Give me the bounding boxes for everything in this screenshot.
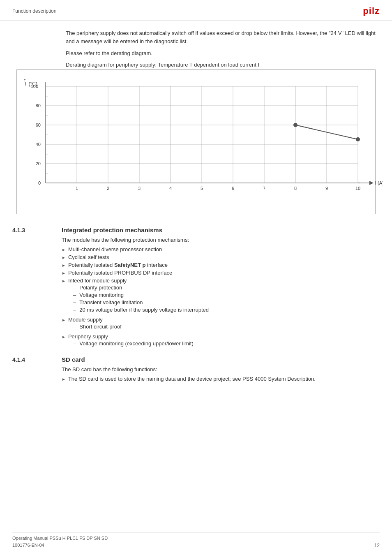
infeed-sub-list: – Polarity protection – Voltage monitori… [73, 284, 209, 314]
svg-marker-41 [369, 181, 374, 185]
list-item: – Voltage monitoring (exceeding upper/lo… [73, 340, 194, 347]
svg-text:40: 40 [36, 142, 41, 147]
section-413: 4.1.3 Integrated protection mechanisms T… [12, 227, 380, 350]
chart-container: T (°C) ↑ 0 20 40 60 80 100 [16, 69, 376, 214]
section-413-list: ► Multi-channel diverse processor sectio… [62, 246, 380, 349]
svg-text:20: 20 [36, 161, 41, 166]
bullet-arrow-icon: ► [62, 255, 66, 260]
svg-text:6: 6 [232, 186, 234, 191]
bullet-arrow-icon: ► [62, 318, 66, 322]
svg-text:80: 80 [36, 103, 41, 108]
svg-text:0: 0 [38, 180, 41, 185]
section-413-number: 4.1.3 [12, 227, 62, 350]
page-content: The periphery supply does not automatica… [0, 21, 392, 402]
list-item: ► Potentially isolated PROFIBUS DP inter… [62, 270, 380, 276]
footer-line2: 1001776-EN-04 [12, 542, 108, 549]
page-footer: Operating Manual PSSu H PLC1 FS DP SN SD… [12, 532, 380, 548]
bullet-arrow-icon: ► [62, 271, 66, 275]
list-item: – Voltage monitoring [73, 292, 209, 298]
module-sub-list: – Short circuit-proof [73, 324, 122, 331]
svg-text:4: 4 [169, 186, 172, 191]
page-header: Function description pilz [0, 0, 392, 21]
list-item-infeed: ► Infeed for module supply – Polarity pr… [62, 278, 380, 315]
svg-text:↑: ↑ [23, 78, 26, 83]
list-item: ► Multi-channel diverse processor sectio… [62, 246, 380, 252]
bullet-arrow-icon: ► [62, 377, 66, 382]
svg-text:10: 10 [355, 186, 360, 191]
svg-text:7: 7 [263, 186, 265, 191]
svg-text:2: 2 [107, 186, 109, 191]
intro-paragraph1: The periphery supply does not automatica… [66, 29, 380, 45]
section-414-number: 4.1.4 [12, 356, 62, 384]
section-414-list: ► The SD card is used to store the namin… [62, 376, 380, 382]
list-item: ► The SD card is used to store the namin… [62, 376, 380, 382]
list-item: ► Cyclical self tests [62, 254, 380, 260]
bullet-arrow-icon: ► [62, 247, 66, 252]
svg-text:9: 9 [325, 186, 328, 191]
bullet-arrow-icon: ► [62, 279, 66, 283]
intro-paragraph2: Please refer to the derating diagram. [66, 49, 380, 58]
bullet-arrow-icon: ► [62, 335, 66, 339]
bullet-arrow-icon: ► [62, 263, 66, 268]
footer-page-number: 12 [374, 543, 380, 548]
periphery-sub-list: – Voltage monitoring (exceeding upper/lo… [73, 340, 194, 348]
section-414-intro: The SD card has the following functions: [62, 366, 380, 372]
svg-text:5: 5 [201, 186, 203, 191]
footer-line1: Operating Manual PSSu H PLC1 FS DP SN SD [12, 535, 108, 542]
section-413-heading: Integrated protection mechanisms [62, 227, 380, 234]
section-414-heading: SD card [62, 356, 380, 363]
derating-chart: T (°C) ↑ 0 20 40 60 80 100 [21, 78, 383, 206]
svg-text:60: 60 [36, 123, 41, 127]
svg-text:8: 8 [294, 186, 297, 191]
section-414: 4.1.4 SD card The SD card has the follow… [12, 356, 380, 384]
chart-point-2 [356, 137, 360, 141]
list-item: – 20 ms voltage buffer if the supply vol… [73, 307, 209, 313]
list-item-periphery: ► Periphery supply – Voltage monitoring … [62, 333, 380, 349]
svg-text:3: 3 [138, 186, 141, 191]
svg-text:100: 100 [31, 84, 38, 89]
diagram-caption: Derating diagram for periphery supply: T… [66, 62, 380, 68]
section-413-intro: The module has the following protection … [62, 237, 380, 243]
list-item: – Polarity protection [73, 284, 209, 291]
footer-left: Operating Manual PSSu H PLC1 FS DP SN SD… [12, 535, 108, 548]
svg-text:I (A): I (A) [375, 180, 383, 185]
list-item: – Short circuit-proof [73, 324, 122, 330]
list-item-module: ► Module supply – Short circuit-proof [62, 317, 380, 332]
list-item: ► Potentially isolated SafetyNET p inter… [62, 262, 380, 268]
list-item: – Transient voltage limitation [73, 299, 209, 305]
pilz-logo: pilz [363, 6, 380, 16]
section-413-content: Integrated protection mechanisms The mod… [62, 227, 380, 350]
section-414-content: SD card The SD card has the following fu… [62, 356, 380, 384]
svg-text:1: 1 [76, 186, 78, 191]
chart-point-1 [293, 123, 297, 127]
header-title: Function description [12, 8, 56, 14]
